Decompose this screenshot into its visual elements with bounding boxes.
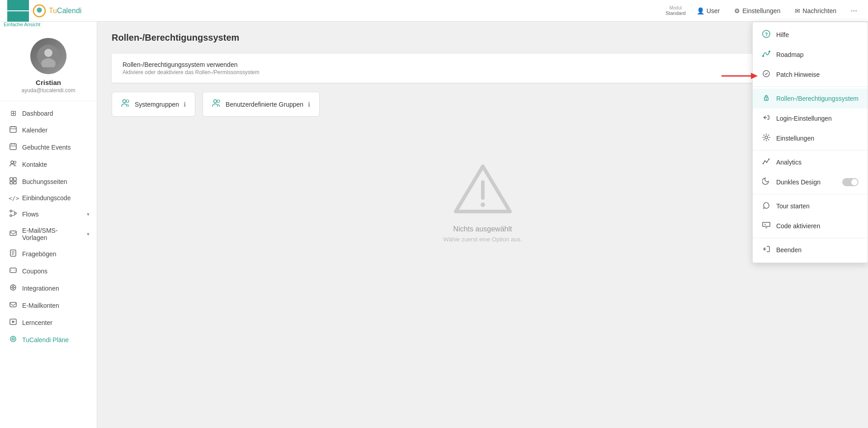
sidebar-item-label: Kontakte bbox=[22, 161, 90, 168]
info-icon: ℹ bbox=[184, 101, 186, 108]
dropdown-einstellungen[interactable]: Einstellungen bbox=[753, 128, 868, 148]
svg-point-50 bbox=[769, 51, 770, 52]
integrations-icon bbox=[9, 284, 18, 293]
sidebar-item-kontakte[interactable]: Kontakte bbox=[0, 156, 97, 173]
systemgruppen-label: Systemgruppen bbox=[135, 101, 179, 108]
sidebar-item-email-sms[interactable]: E-Mail/SMS-Vorlagen ▾ bbox=[0, 223, 97, 245]
sidebar-item-dashboard[interactable]: ⊞ Dashboard bbox=[0, 105, 97, 122]
booking-icon bbox=[9, 177, 18, 186]
dropdown-rollen[interactable]: Rollen-/Berechtigungssystem bbox=[753, 89, 868, 108]
svg-point-18 bbox=[10, 210, 12, 212]
svg-point-54 bbox=[765, 136, 768, 139]
sidebar-item-flows[interactable]: Flows ▾ bbox=[0, 206, 97, 223]
messages-button[interactable]: ✉ Nachrichten bbox=[791, 5, 840, 16]
sidebar-item-label: Einbindungscode bbox=[22, 194, 90, 202]
exit-icon bbox=[762, 245, 771, 255]
hamburger-menu-button[interactable] bbox=[7, 0, 29, 22]
dropdown-beenden[interactable]: Beenden bbox=[753, 240, 868, 260]
dropdown-code-aktivieren[interactable]: Code aktivieren bbox=[753, 216, 868, 236]
divider bbox=[753, 86, 868, 87]
dropdown-login-einstellungen[interactable]: Login-Einstellungen bbox=[753, 108, 868, 128]
sidebar-item-coupons[interactable]: Coupons bbox=[0, 263, 97, 280]
sidebar-item-fragebogen[interactable]: Fragebögen bbox=[0, 245, 97, 263]
sidebar-item-lerncenter[interactable]: Lerncenter bbox=[0, 314, 97, 331]
dropdown-analytics[interactable]: Analytics bbox=[753, 152, 868, 172]
avatar-svg bbox=[37, 45, 60, 67]
svg-rect-14 bbox=[10, 178, 13, 181]
dropdown-item-label: Login-Einstellungen bbox=[776, 115, 832, 122]
more-menu-button[interactable]: ⋯ bbox=[847, 5, 861, 16]
svg-rect-17 bbox=[14, 182, 16, 184]
svg-point-41 bbox=[126, 100, 129, 103]
mail-icon: ✉ bbox=[795, 7, 800, 14]
sidebar-item-label: Dashboard bbox=[22, 110, 90, 117]
simple-view-link[interactable]: Einfache Ansicht bbox=[0, 22, 40, 27]
code-activate-icon bbox=[762, 221, 771, 231]
patch-icon bbox=[762, 70, 771, 80]
group-buttons: Systemgruppen ℹ Benutzerdefinierte Grupp… bbox=[112, 92, 854, 117]
questionnaire-icon bbox=[9, 249, 18, 259]
dropdown-item-label: Tour starten bbox=[776, 202, 810, 210]
svg-point-58 bbox=[768, 159, 769, 160]
logo-icon bbox=[33, 4, 46, 18]
svg-point-39 bbox=[12, 338, 14, 340]
calendar-icon bbox=[9, 126, 18, 135]
sidebar-item-kalender[interactable]: Kalender bbox=[0, 122, 97, 139]
sidebar-item-emailkonten[interactable]: E-Mailkonten bbox=[0, 297, 97, 314]
dropdown-item-label: Patch Hinweise bbox=[776, 71, 820, 78]
benutzerdefinierte-button[interactable]: Benutzerdefinierte Gruppen ℹ bbox=[203, 92, 320, 117]
svg-marker-61 bbox=[751, 73, 758, 79]
dropdown-hilfe[interactable]: ? Hilfe bbox=[753, 25, 868, 45]
contacts-icon bbox=[9, 160, 18, 169]
settings-button[interactable]: ⚙ Einstellungen bbox=[731, 5, 784, 16]
svg-point-40 bbox=[123, 100, 126, 103]
modul-value: Standard bbox=[665, 10, 686, 16]
topbar: TuCalendi Modul Standard 👤 User ⚙ Einste… bbox=[0, 0, 868, 22]
role-icon bbox=[762, 94, 771, 103]
avatar-image bbox=[30, 38, 66, 74]
dark-mode-toggle[interactable] bbox=[842, 178, 859, 186]
dropdown-tour-starten[interactable]: Tour starten bbox=[753, 196, 868, 216]
user-label: User bbox=[707, 7, 720, 14]
sidebar-item-label: Lerncenter bbox=[22, 319, 90, 326]
sidebar-item-label: Buchungsseiten bbox=[22, 178, 90, 185]
brand-tu: Tu bbox=[49, 7, 57, 14]
sidebar-item-label: E-Mailkonten bbox=[22, 302, 90, 309]
svg-text:?: ? bbox=[765, 32, 768, 37]
dropdown-item-label: Einstellungen bbox=[776, 135, 814, 142]
sidebar: Einfache Ansicht Cristian ayuda@tucalend… bbox=[0, 0, 97, 428]
messages-label: Nachrichten bbox=[802, 7, 836, 14]
svg-point-49 bbox=[762, 55, 764, 57]
dropdown-item-label: Dunkles Design bbox=[776, 179, 821, 186]
svg-rect-15 bbox=[14, 178, 16, 181]
flows-icon bbox=[9, 210, 18, 219]
dropdown-item-label: Hilfe bbox=[776, 31, 789, 38]
sidebar-nav: ⊞ Dashboard Kalender Gebuchte Events Kon… bbox=[0, 101, 97, 428]
help-icon: ? bbox=[762, 30, 771, 40]
gear-icon: ⚙ bbox=[734, 7, 740, 14]
svg-point-2 bbox=[44, 49, 52, 57]
svg-rect-4 bbox=[10, 127, 16, 132]
svg-point-20 bbox=[10, 215, 12, 216]
chevron-down-icon: ▾ bbox=[87, 231, 90, 237]
systemgruppen-button[interactable]: Systemgruppen ℹ bbox=[112, 92, 195, 117]
sidebar-item-einbindungscode[interactable]: </> Einbindungscode bbox=[0, 190, 97, 206]
permission-header-text: Rollen-/Berechtigungssystem verwenden Ak… bbox=[123, 61, 259, 75]
svg-point-12 bbox=[11, 161, 14, 164]
sidebar-item-buchungsseiten[interactable]: Buchungsseiten bbox=[0, 173, 97, 190]
dropdown-item-label: Rollen-/Berechtigungssystem bbox=[776, 95, 859, 102]
sidebar-item-tucalendi-plaene[interactable]: TuCalendi Pläne bbox=[0, 331, 97, 348]
sidebar-item-label: Integrationen bbox=[22, 285, 90, 292]
user-button[interactable]: 👤 User bbox=[693, 5, 724, 16]
sidebar-item-integrationen[interactable]: Integrationen bbox=[0, 280, 97, 297]
dropdown-patch-hinweise[interactable]: Patch Hinweise bbox=[753, 65, 868, 85]
svg-point-43 bbox=[217, 100, 220, 103]
sidebar-item-label: Coupons bbox=[22, 268, 90, 275]
avatar bbox=[30, 38, 66, 74]
svg-rect-8 bbox=[10, 144, 16, 150]
roadmap-icon bbox=[762, 50, 771, 60]
chevron-down-icon: ▾ bbox=[87, 211, 90, 217]
sidebar-item-gebuchte-events[interactable]: Gebuchte Events bbox=[0, 139, 97, 156]
dropdown-roadmap[interactable]: Roadmap bbox=[753, 45, 868, 65]
dropdown-dunkles-design[interactable]: Dunkles Design bbox=[753, 172, 868, 192]
